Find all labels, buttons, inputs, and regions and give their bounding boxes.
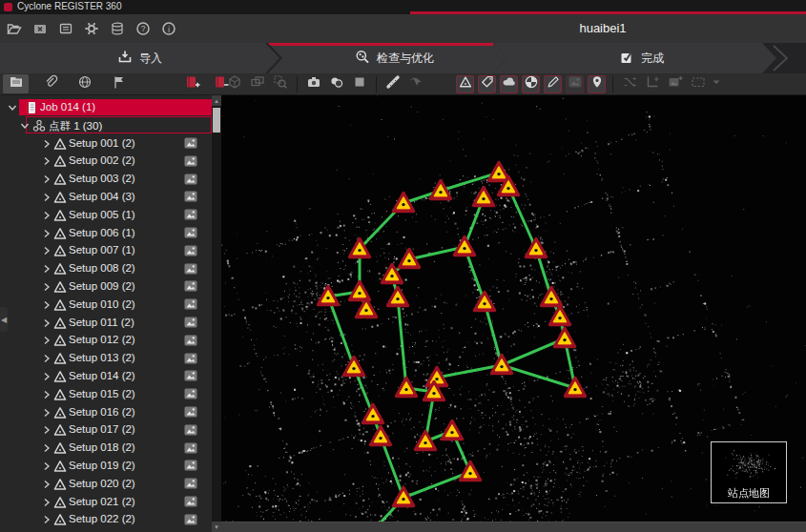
- tree-item-setup[interactable]: Setup 007 (1): [0, 241, 212, 259]
- geotags-visibility-button[interactable]: [588, 75, 606, 93]
- project-tree[interactable]: Job 014 (1)点群 1 (30)Setup 001 (2)Setup 0…: [0, 98, 212, 532]
- chevron-right-icon[interactable]: [39, 512, 51, 525]
- chevron-right-icon[interactable]: [39, 153, 51, 167]
- tree-item-setup[interactable]: Setup 002 (2): [0, 152, 212, 170]
- chevron-right-icon[interactable]: [39, 495, 51, 508]
- storage-stack-icon[interactable]: [107, 18, 127, 39]
- add-bundle-button[interactable]: [179, 74, 205, 93]
- setup-marker[interactable]: [344, 358, 364, 376]
- chevron-right-icon[interactable]: [39, 261, 51, 275]
- chevron-right-icon[interactable]: [39, 477, 51, 490]
- tree-item-setup[interactable]: Setup 013 (2): [0, 349, 212, 367]
- chevron-right-icon[interactable]: [39, 459, 51, 472]
- tree-item-setup[interactable]: Setup 005 (1): [0, 206, 212, 224]
- pano-image-icon[interactable]: [183, 297, 198, 312]
- pano-image-icon[interactable]: [183, 368, 198, 383]
- chevron-right-icon[interactable]: [39, 172, 51, 185]
- chevron-right-icon[interactable]: [39, 405, 51, 419]
- pano-image-icon[interactable]: [183, 476, 198, 491]
- collapse-panel-handle[interactable]: ◀: [0, 307, 8, 332]
- info-circle-icon[interactable]: i: [158, 18, 178, 39]
- swap-links-button[interactable]: [620, 74, 639, 93]
- minimap[interactable]: 站点地图: [711, 441, 787, 503]
- setup-marker[interactable]: [394, 488, 414, 506]
- setup-marker[interactable]: [489, 163, 509, 181]
- setup-marker[interactable]: [542, 288, 562, 306]
- chevron-right-icon[interactable]: [39, 190, 51, 203]
- open-project-icon[interactable]: [4, 18, 24, 39]
- tags-visibility-button[interactable]: [478, 75, 496, 93]
- setup-marker[interactable]: [475, 293, 495, 311]
- setups-visibility-button[interactable]: [456, 75, 474, 93]
- chevron-right-icon[interactable]: [39, 387, 51, 400]
- help-circle-icon[interactable]: ?: [133, 18, 153, 39]
- pano-image-icon[interactable]: [183, 278, 198, 294]
- chevron-right-icon[interactable]: [39, 316, 51, 329]
- pano-image-icon[interactable]: [183, 386, 198, 401]
- setup-marker[interactable]: [350, 282, 370, 300]
- setup-marker[interactable]: [388, 288, 408, 306]
- setup-marker[interactable]: [443, 421, 463, 440]
- setup-markers[interactable]: [319, 163, 586, 506]
- close-project-icon[interactable]: [30, 18, 50, 39]
- chevron-right-icon[interactable]: [39, 297, 51, 311]
- workflow-tab-1[interactable]: 导入: [0, 43, 279, 73]
- tree-item-setup[interactable]: Setup 003 (2): [0, 170, 212, 188]
- clouds-visibility-button[interactable]: [500, 75, 518, 93]
- scrollbar-thumb[interactable]: [213, 108, 220, 133]
- sidebar-tab-sites-flag[interactable]: [106, 74, 132, 93]
- pano-image-icon[interactable]: [183, 440, 198, 456]
- setup-marker[interactable]: [455, 237, 475, 256]
- pano-image-icon[interactable]: [183, 404, 198, 419]
- caret-down-button[interactable]: [712, 74, 721, 93]
- fence-select-button[interactable]: [248, 74, 267, 93]
- tree-item-job[interactable]: Job 014 (1): [0, 98, 212, 116]
- move-axes-button[interactable]: [643, 74, 662, 93]
- tree-item-setup[interactable]: Setup 006 (1): [0, 224, 212, 242]
- import-data-icon[interactable]: [55, 18, 75, 39]
- pano-image-icon[interactable]: [183, 153, 198, 169]
- chevron-down-icon[interactable]: [5, 100, 16, 113]
- tree-item-setup[interactable]: Setup 001 (2): [0, 134, 212, 153]
- tree-item-setup[interactable]: Setup 022 (2): [0, 510, 212, 528]
- setup-marker[interactable]: [492, 356, 512, 374]
- chevron-right-icon[interactable]: [39, 369, 51, 382]
- pano-image-icon[interactable]: [183, 207, 198, 222]
- tree-item-setup[interactable]: Setup 020 (2): [0, 475, 212, 493]
- chevron-right-icon[interactable]: [39, 422, 51, 436]
- chevron-right-icon[interactable]: [39, 243, 51, 256]
- pano-image-icon[interactable]: [183, 333, 198, 348]
- setup-marker[interactable]: [371, 427, 391, 445]
- chevron-right-icon[interactable]: [39, 136, 51, 150]
- tree-item-setup[interactable]: Setup 015 (2): [0, 385, 212, 403]
- workflow-tab-2[interactable]: 检查与优化: [268, 43, 507, 73]
- tree-item-setup[interactable]: Setup 014 (2): [0, 367, 212, 385]
- select-points-button[interactable]: [225, 74, 244, 93]
- pano-image-icon[interactable]: [183, 261, 198, 276]
- tree-item-setup[interactable]: Setup 009 (2): [0, 277, 212, 296]
- tree-item-setup[interactable]: Setup 019 (2): [0, 457, 212, 475]
- tree-item-setup[interactable]: Setup 023 (2): [0, 528, 212, 532]
- settings-gear-icon[interactable]: [81, 18, 101, 39]
- workflow-tab-3[interactable]: 完成: [493, 43, 776, 73]
- pano-image-icon[interactable]: [183, 189, 198, 204]
- pano-image-icon[interactable]: [183, 225, 198, 240]
- scroll-down-icon[interactable]: ▼: [212, 522, 221, 532]
- pano-image-icon[interactable]: [183, 135, 198, 151]
- chevron-right-icon[interactable]: [39, 208, 51, 221]
- tree-item-setup[interactable]: Setup 008 (2): [0, 259, 212, 277]
- ortho-view-button[interactable]: [350, 74, 369, 93]
- tree-scrollbar[interactable]: ▲ ▼: [212, 95, 221, 532]
- setup-marker[interactable]: [357, 299, 377, 317]
- chevron-down-icon[interactable]: [17, 118, 29, 132]
- pano-image-icon[interactable]: [183, 494, 198, 509]
- chevron-right-icon[interactable]: [39, 226, 51, 239]
- chevron-right-icon[interactable]: [39, 351, 51, 364]
- pano-image-icon[interactable]: [183, 512, 198, 527]
- tree-item-setup[interactable]: Setup 021 (2): [0, 493, 212, 511]
- view-bubbles-button[interactable]: [327, 74, 346, 93]
- measure-stick-button[interactable]: [383, 74, 403, 93]
- tree-item-bundle[interactable]: 点群 1 (30): [0, 116, 212, 134]
- setup-marker[interactable]: [527, 239, 547, 257]
- pano-image-icon[interactable]: [183, 243, 198, 258]
